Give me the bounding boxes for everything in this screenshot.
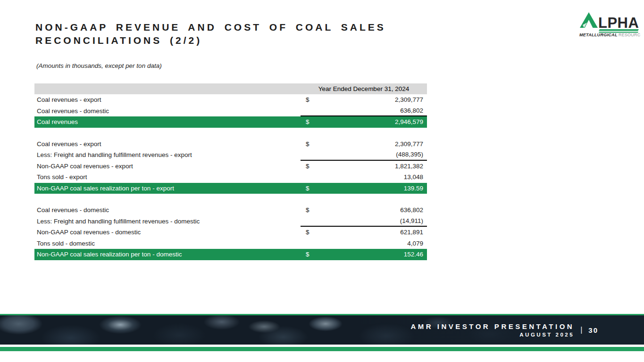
row-value-column: $1,821,382: [301, 161, 427, 172]
table-row: Coal revenues - domestic636,802: [34, 106, 427, 117]
table-row: Non-GAAP coal revenues - domestic$621,89…: [34, 227, 427, 238]
row-value: 2,946,579: [395, 118, 423, 125]
table-section: Coal revenues - domestic$636,802Less: Fr…: [34, 205, 427, 260]
row-value-column: $152.46: [301, 249, 427, 260]
row-value-column: $2,946,579: [301, 116, 427, 128]
row-value-column: (488,395): [301, 149, 427, 161]
logo-tagline-bold: METALLURGICAL: [579, 33, 618, 37]
row-value: 13,048: [404, 173, 423, 181]
row-label: Non-GAAP coal revenues - domestic: [34, 227, 301, 238]
row-value: (14,911): [400, 217, 423, 224]
row-label: Non-GAAP coal sales realization per ton …: [34, 249, 301, 260]
page-title-line1: NON-GAAP REVENUE AND COST OF COAL SALES: [35, 21, 460, 34]
row-label: Coal revenues - export: [34, 94, 301, 106]
row-value-column: $139.59: [301, 183, 427, 194]
row-label: Less: Freight and handling fulfillment r…: [34, 149, 301, 161]
logo-word: LPHA: [598, 15, 639, 31]
table-header-spacer: [34, 83, 301, 94]
page-title: NON-GAAP REVENUE AND COST OF COAL SALES …: [35, 21, 460, 47]
row-value: (488,395): [396, 151, 423, 158]
row-label: Less: Freight and handling fulfillment r…: [34, 216, 301, 227]
alpha-a-mark-icon: [580, 12, 598, 28]
footer-separator: |: [580, 326, 582, 334]
table-row: Non-GAAP coal revenues - export$1,821,38…: [34, 161, 427, 172]
table-row: Coal revenues - export$2,309,777: [34, 94, 427, 106]
row-label: Non-GAAP coal sales realization per ton …: [34, 183, 301, 194]
footer-presentation-title: AMR INVESTOR PRESENTATION: [410, 322, 574, 330]
row-value-column: 636,802: [301, 106, 427, 117]
dollar-sign: $: [306, 229, 309, 236]
row-value: 2,309,777: [395, 96, 423, 103]
table-row-highlight: Non-GAAP coal sales realization per ton …: [34, 249, 427, 260]
row-value-column: $2,309,777: [301, 94, 427, 106]
table-row: Tons sold - domestic4,079: [34, 238, 427, 249]
row-label: Non-GAAP coal revenues - export: [34, 161, 301, 172]
row-value: 636,802: [400, 107, 423, 114]
page-number: 30: [588, 326, 598, 334]
bottom-accent-bar: [0, 347, 644, 351]
table-row: Less: Freight and handling fulfillment r…: [34, 149, 427, 161]
table-row-highlight: Coal revenues$2,946,579: [34, 116, 427, 128]
dollar-sign: $: [306, 96, 309, 103]
footer-date: AUGUST 2025: [410, 332, 574, 337]
table-section: Coal revenues - export$2,309,777Coal rev…: [34, 94, 427, 128]
row-value: 4,079: [407, 240, 423, 247]
row-value-column: $621,891: [301, 227, 427, 238]
dollar-sign: $: [306, 185, 309, 192]
dollar-sign: $: [306, 118, 309, 125]
units-note: (Amounts in thousands, except per ton da…: [36, 62, 162, 69]
row-value-column: (14,911): [301, 216, 427, 227]
dollar-sign: $: [306, 251, 309, 258]
table-row: Less: Freight and handling fulfillment r…: [34, 216, 427, 227]
row-value-column: 4,079: [301, 238, 427, 249]
table-row: Tons sold - export13,048: [34, 172, 427, 183]
footer-content: AMR INVESTOR PRESENTATION AUGUST 2025 | …: [410, 315, 598, 345]
row-value: 139.59: [404, 185, 423, 192]
logo-tagline-light: RESOURCES: [619, 33, 640, 37]
row-value-column: $636,802: [301, 205, 427, 216]
row-value: 152.46: [404, 251, 423, 258]
table-row: Coal revenues - export$2,309,777: [34, 139, 427, 150]
footer-text: AMR INVESTOR PRESENTATION AUGUST 2025: [410, 322, 574, 337]
alpha-logo-graphic: LPHA METALLURGICAL RESOURCES: [579, 11, 640, 37]
row-label: Coal revenues - domestic: [34, 106, 301, 117]
table-section: Coal revenues - export$2,309,777Less: Fr…: [34, 139, 427, 194]
table-header-row: Year Ended December 31, 2024: [34, 83, 427, 94]
dollar-sign: $: [306, 206, 309, 214]
dollar-sign: $: [306, 140, 309, 148]
row-value-column: $2,309,777: [301, 139, 427, 150]
row-value-column: 13,048: [301, 172, 427, 183]
reconciliation-table: Year Ended December 31, 2024 Coal revenu…: [34, 83, 427, 260]
alpha-metallurgical-logo: LPHA METALLURGICAL RESOURCES: [579, 11, 640, 37]
row-label: Tons sold - domestic: [34, 238, 301, 249]
row-value: 636,802: [400, 206, 423, 214]
row-label: Coal revenues - export: [34, 139, 301, 150]
row-label: Tons sold - export: [34, 172, 301, 183]
table-row: Coal revenues - domestic$636,802: [34, 205, 427, 216]
row-value: 1,821,382: [395, 163, 423, 170]
row-label: Coal revenues - domestic: [34, 205, 301, 216]
footer-coal-band: AMR INVESTOR PRESENTATION AUGUST 2025 | …: [0, 314, 644, 345]
table-body: Coal revenues - export$2,309,777Coal rev…: [34, 94, 427, 260]
row-value: 621,891: [400, 229, 423, 236]
page-title-line2: RECONCILIATIONS (2/2): [35, 34, 460, 47]
table-header-period: Year Ended December 31, 2024: [301, 83, 427, 94]
table-row-highlight: Non-GAAP coal sales realization per ton …: [34, 183, 427, 194]
presentation-slide: NON-GAAP REVENUE AND COST OF COAL SALES …: [0, 0, 644, 362]
row-value: 2,309,777: [395, 140, 423, 148]
row-label: Coal revenues: [34, 116, 301, 128]
dollar-sign: $: [306, 163, 309, 170]
